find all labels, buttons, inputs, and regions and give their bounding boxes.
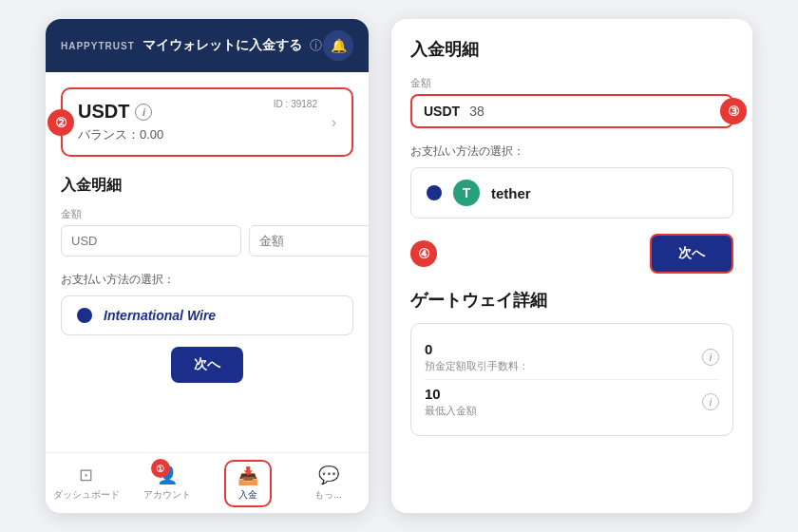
info-icon: ⓘ [310,37,322,54]
panel-content: ② USDT i バランス：0.00 ID : 39182 › 入金明細 金額 [46,72,369,452]
gateway-min-row: 10 最低入金額 i [425,380,719,424]
next-button-left[interactable]: 次へ [171,347,243,383]
badge-2: ② [48,109,74,136]
nav-active-box: 📥 入金 [224,460,272,507]
amount-input-wrap[interactable]: USDT 38 [410,94,733,128]
nav-badge-account-wrap: 👤 ① [157,465,178,485]
right-content: 入金明細 金額 USDT 38 ③ お支払い方法の選択： T tether ④ … [391,19,752,513]
usdt-info-icon: i [135,104,152,121]
nav-item-account[interactable]: 👤 ① アカウント [126,465,207,502]
chat-nav-icon: 💬 [318,465,339,485]
gateway-card: 0 預金定額取引手数料： i 10 最低入金額 i [410,323,733,436]
gateway-min-label: 最低入金額 [425,404,477,418]
logo-text: HAPPYTRUST [61,41,135,51]
header-left: HAPPYTRUST マイウォレットに入金する ⓘ [61,37,322,54]
radio-dot [77,308,92,323]
tether-radio [427,185,442,200]
right-payment-label: お支払い方法の選択： [410,143,733,160]
gateway-min-value: 10 [425,386,477,402]
dashboard-icon: ⊡ [79,465,93,485]
amount-input[interactable] [249,225,369,256]
deposit-icon: 📥 [238,466,258,486]
right-panel: 入金明細 金額 USDT 38 ③ お支払い方法の選択： T tether ④ … [391,19,752,513]
usdt-card-wrap: ② USDT i バランス：0.00 ID : 39182 › [61,87,353,157]
bottom-nav: ⊡ ダッシュボード 👤 ① アカウント 📥 入金 💬 もっ... [46,452,369,513]
amount-wrap: USDT 38 ③ [410,94,733,128]
nav-item-deposit[interactable]: 📥 入金 [207,460,288,507]
badge-1: ① [151,459,170,478]
badge-3: ③ [720,98,747,124]
gateway-fee-left: 0 預金定額取引手数料： [425,341,529,373]
gateway-min-info[interactable]: i [702,393,719,410]
nav-label-deposit: 入金 [238,488,257,502]
amount-value: 38 [469,104,484,119]
gateway-fee-row: 0 預金定額取引手数料： i [425,335,719,380]
nav-item-dashboard[interactable]: ⊡ ダッシュボード [46,465,126,502]
tether-option[interactable]: T tether [410,167,733,218]
tether-icon: T [453,180,480,206]
nav-label-more: もっ... [314,488,341,502]
usdt-title: USDT i [78,101,163,123]
usdt-card[interactable]: USDT i バランス：0.00 ID : 39182 › [61,87,353,157]
gateway-fee-value: 0 [425,341,529,357]
right-deposit-title: 入金明細 [410,38,733,61]
usdt-balance: バランス：0.00 [78,126,163,143]
amount-currency: USDT [424,104,460,119]
nav-label-dashboard: ダッシュボード [53,488,120,502]
notification-icon[interactable]: 🔔 [323,30,353,61]
usdt-arrow: › [332,114,336,131]
usdt-card-left: USDT i バランス：0.00 [78,101,163,143]
left-panel: HAPPYTRUST マイウォレットに入金する ⓘ 🔔 ② USDT i バラン… [46,19,369,513]
payment-option[interactable]: International Wire [61,295,353,335]
deposit-section: 入金明細 金額 お支払い方法の選択： International Wire 次へ [61,176,353,383]
nav-label-account: アカウント [143,488,191,502]
gateway-min-left: 10 最低入金額 [425,386,477,418]
next-button-right[interactable]: 次へ [650,234,733,274]
right-amount-label: 金額 [410,76,733,90]
header: HAPPYTRUST マイウォレットに入金する ⓘ 🔔 [46,19,369,72]
amount-label: 金額 [61,207,353,221]
header-title: マイウォレットに入金する [142,37,302,54]
gateway-title: ゲートウェイ詳細 [410,289,733,312]
usdt-id: ID : 39182 [274,99,317,109]
payment-name: International Wire [104,308,216,323]
amount-row [61,225,353,256]
nav-item-more[interactable]: 💬 もっ... [288,465,369,502]
next-btn-wrap: ④ 次へ [410,234,733,274]
gateway-fee-label: 預金定額取引手数料： [425,359,529,373]
gateway-fee-info[interactable]: i [702,349,719,366]
tether-name: tether [491,185,531,201]
deposit-section-title: 入金明細 [61,176,353,196]
currency-input[interactable] [61,225,241,256]
badge-4: ④ [410,240,437,267]
payment-label: お支払い方法の選択： [61,272,353,288]
